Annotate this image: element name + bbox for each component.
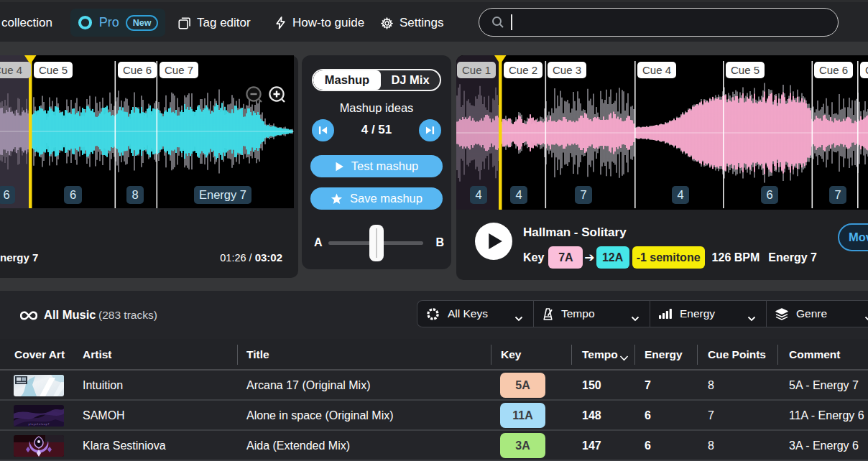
svg-text:p l a y s 1 n l o o p 7: p l a y s 1 n l o o p 7 bbox=[29, 423, 50, 426]
